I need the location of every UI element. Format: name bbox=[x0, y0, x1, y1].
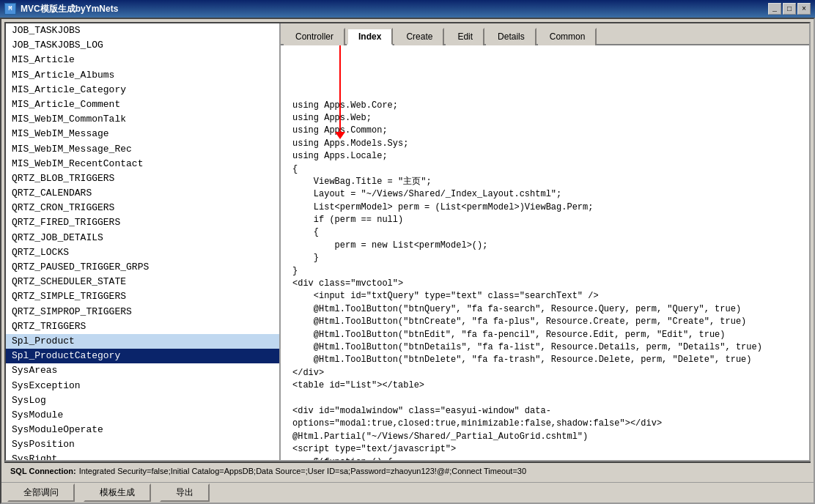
list-item[interactable]: Spl_Product bbox=[6, 334, 279, 349]
tabs-bar: ControllerIndexCreateEditDetailsCommon bbox=[281, 23, 809, 45]
list-item[interactable]: QRTZ_JOB_DETAILS bbox=[6, 231, 279, 245]
list-item[interactable]: MIS_WebIM_Message bbox=[6, 127, 279, 141]
list-item[interactable]: QRTZ_TRIGGERS bbox=[6, 319, 279, 334]
list-item[interactable]: SysPosition bbox=[6, 437, 279, 452]
maximize-button[interactable]: □ bbox=[783, 3, 796, 15]
window-frame: JOB_TASKJOBSJOB_TASKJOBS_LOGMIS_ArticleM… bbox=[0, 18, 815, 504]
bottom-btn-2[interactable]: 导出 bbox=[160, 483, 210, 502]
red-arrow-head bbox=[335, 132, 345, 139]
tab-edit[interactable]: Edit bbox=[446, 28, 484, 45]
bottom-bar: 全部调问模板生成导出 bbox=[1, 482, 814, 503]
list-item[interactable]: QRTZ_CRON_TRIGGERS bbox=[6, 201, 279, 215]
tab-create[interactable]: Create bbox=[394, 28, 444, 45]
tab-details[interactable]: Details bbox=[486, 28, 536, 45]
content-area: JOB_TASKJOBSJOB_TASKJOBS_LOGMIS_ArticleM… bbox=[1, 19, 814, 482]
list-item[interactable]: QRTZ_FIRED_TRIGGERS bbox=[6, 215, 279, 230]
right-panel: ControllerIndexCreateEditDetailsCommon u… bbox=[281, 23, 809, 460]
code-content: using Apps.Web.Core; using Apps.Web; usi… bbox=[287, 100, 803, 460]
title-bar-left: M MVC模版生成byYmNets bbox=[4, 3, 118, 15]
list-item[interactable]: SysException bbox=[6, 379, 279, 393]
list-item[interactable]: MIS_Article_Category bbox=[6, 83, 279, 97]
left-panel: JOB_TASKJOBSJOB_TASKJOBS_LOGMIS_ArticleM… bbox=[6, 23, 281, 460]
code-area[interactable]: using Apps.Web.Core; using Apps.Web; usi… bbox=[281, 45, 809, 460]
list-item[interactable]: QRTZ_LOCKS bbox=[6, 245, 279, 260]
list-item[interactable]: QRTZ_SCHEDULER_STATE bbox=[6, 275, 279, 289]
list-item[interactable]: SysRight bbox=[6, 452, 279, 460]
list-item[interactable]: JOB_TASKJOBS_LOG bbox=[6, 38, 279, 53]
list-item[interactable]: SysLog bbox=[6, 393, 279, 408]
list-item[interactable]: MIS_Article bbox=[6, 53, 279, 67]
minimize-button[interactable]: _ bbox=[768, 3, 781, 15]
list-item[interactable]: MIS_WebIM_RecentContact bbox=[6, 157, 279, 171]
entity-list[interactable]: JOB_TASKJOBSJOB_TASKJOBS_LOGMIS_ArticleM… bbox=[6, 23, 279, 460]
window-title: MVC模版生成byYmNets bbox=[21, 3, 118, 15]
tab-controller[interactable]: Controller bbox=[284, 28, 345, 45]
window-controls[interactable]: _ □ × bbox=[768, 3, 811, 15]
main-split: JOB_TASKJOBSJOB_TASKJOBS_LOGMIS_ArticleM… bbox=[4, 22, 811, 462]
list-item[interactable]: MIS_Article_Albums bbox=[6, 68, 279, 83]
list-item[interactable]: SysModule bbox=[6, 408, 279, 423]
app-icon: M bbox=[4, 3, 16, 15]
list-item[interactable]: JOB_TASKJOBS bbox=[6, 23, 279, 38]
list-item[interactable]: SysModuleOperate bbox=[6, 423, 279, 437]
bottom-btn-0[interactable]: 全部调问 bbox=[7, 483, 75, 502]
list-item[interactable]: MIS_Article_Comment bbox=[6, 97, 279, 112]
list-item[interactable]: QRTZ_SIMPLE_TRIGGERS bbox=[6, 289, 279, 304]
list-item[interactable]: SysAreas bbox=[6, 363, 279, 378]
tab-index[interactable]: Index bbox=[347, 28, 393, 45]
bottom-btn-1[interactable]: 模板生成 bbox=[84, 483, 151, 502]
list-item[interactable]: MIS_WebIM_Message_Rec bbox=[6, 142, 279, 157]
list-item[interactable]: QRTZ_SIMPROP_TRIGGERS bbox=[6, 305, 279, 319]
close-button[interactable]: × bbox=[797, 3, 811, 15]
list-item[interactable]: QRTZ_BLOB_TRIGGERS bbox=[6, 171, 279, 186]
status-value: Integrated Security=false;Initial Catalo… bbox=[79, 467, 526, 475]
tab-common[interactable]: Common bbox=[538, 28, 597, 45]
list-item[interactable]: MIS_WebIM_CommonTalk bbox=[6, 112, 279, 127]
title-bar: M MVC模版生成byYmNets _ □ × bbox=[0, 0, 815, 18]
status-bar: SQL Connection: Integrated Security=fals… bbox=[4, 462, 811, 479]
list-item[interactable]: QRTZ_CALENDARS bbox=[6, 186, 279, 201]
status-label: SQL Connection: bbox=[10, 467, 76, 475]
list-item[interactable]: QRTZ_PAUSED_TRIGGER_GRPS bbox=[6, 260, 279, 275]
list-item[interactable]: Spl_ProductCategory bbox=[6, 349, 279, 363]
